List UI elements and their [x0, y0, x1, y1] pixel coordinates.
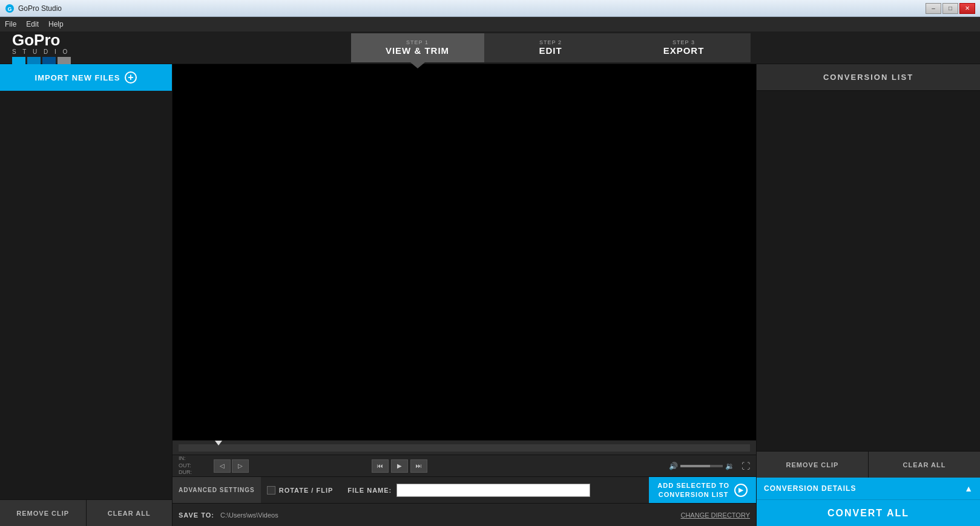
next-frame-button[interactable]: ▷ [232, 459, 249, 473]
logo-subtitle: S T U D I O [12, 48, 70, 55]
volume-area: 🔊 🔉 ⛶ [669, 461, 750, 471]
app-icon: G [5, 4, 15, 13]
fast-forward-button[interactable]: ⏭ [410, 459, 427, 473]
plus-icon: + [125, 71, 137, 84]
fullscreen-button[interactable]: ⛶ [742, 461, 750, 471]
step-3-number: STEP 3 [673, 39, 695, 45]
conversion-details-header[interactable]: CONVERSION DETAILS ▲ [757, 478, 980, 499]
prev-frame-button[interactable]: ◁ [214, 459, 231, 473]
conversion-bottom: REMOVE CLIP CLEAR ALL CONVERSION DETAILS… [757, 451, 980, 526]
app-body: GoPro S T U D I O STEP 1 VIEW & TRIM STE… [0, 31, 980, 526]
in-out-dur-display: IN: OUT: DUR: [179, 455, 209, 476]
filename-label: FILE NAME: [347, 487, 392, 494]
remove-clip-button-right[interactable]: REMOVE CLIP [757, 452, 868, 478]
steps-nav: STEP 1 VIEW & TRIM STEP 2 EDIT STEP 3 EX… [133, 33, 968, 62]
clear-all-button-right[interactable]: CLEAR ALL [868, 452, 980, 478]
logo-block-2 [27, 57, 41, 64]
play-button[interactable]: ▶ [391, 459, 408, 473]
logo-blocks [12, 57, 71, 64]
rotate-flip-label: ROTATE / FLIP [279, 487, 334, 494]
bottom-controls-row2: SAVE TO: C:\Users\ws\Videos CHANGE DIREC… [173, 503, 756, 526]
add-to-conversion-list-button[interactable]: ADD SELECTED TO CONVERSION LIST ▶ [649, 477, 756, 504]
conversion-list-header: CONVERSION LIST [757, 64, 980, 91]
logo-area: GoPro S T U D I O [12, 31, 133, 64]
filename-area: ROTATE / FLIP FILE NAME: [261, 484, 649, 497]
window-controls: – □ ✕ [926, 3, 975, 14]
timeline[interactable] [173, 440, 756, 455]
conversion-list-body [757, 91, 980, 451]
volume-slider[interactable] [680, 465, 723, 467]
svg-text:G: G [7, 6, 12, 12]
conversion-details-title: CONVERSION DETAILS [764, 484, 856, 493]
menu-file[interactable]: File [5, 20, 16, 28]
volume-fill [680, 465, 710, 467]
timeline-marker [215, 441, 222, 445]
save-to-label: SAVE TO: [179, 511, 214, 519]
conversion-list-title: CONVERSION LIST [823, 73, 913, 82]
logo-block-1 [12, 57, 25, 64]
logo-gopro: GoPro [12, 31, 60, 50]
step-1-number: STEP 1 [406, 39, 429, 45]
save-to-path: C:\Users\ws\Videos [220, 511, 278, 519]
menu-help[interactable]: Help [48, 20, 64, 28]
menu-bar: File Edit Help [0, 17, 980, 31]
in-label: IN: [179, 455, 209, 462]
bottom-controls-row1: ADVANCED SETTINGS ROTATE / FLIP FILE NAM… [173, 476, 756, 503]
step-2-tab[interactable]: STEP 2 EDIT [484, 33, 617, 62]
step-2-label: EDIT [539, 45, 562, 56]
clear-all-button-left[interactable]: CLEAR ALL [86, 499, 173, 526]
convert-all-button[interactable]: CONVERT ALL [757, 499, 980, 526]
left-bottom-buttons: REMOVE CLIP CLEAR ALL [0, 499, 172, 526]
step-3-label: EXPORT [663, 45, 705, 56]
close-button[interactable]: ✕ [959, 3, 975, 14]
add-to-list-play-icon: ▶ [734, 484, 748, 497]
left-panel: IMPORT NEW FILES + REMOVE CLIP CLEAR ALL [0, 64, 173, 526]
chevron-up-icon: ▲ [964, 484, 973, 493]
step-3-tab[interactable]: STEP 3 EXPORT [617, 33, 751, 62]
rotate-flip-checkbox[interactable] [267, 486, 275, 495]
advanced-settings-button[interactable]: ADVANCED SETTINGS [173, 477, 261, 504]
filename-input[interactable] [396, 484, 590, 497]
add-to-list-label: ADD SELECTED TO CONVERSION LIST [657, 481, 729, 499]
maximize-button[interactable]: □ [942, 3, 958, 14]
step-1-tab[interactable]: STEP 1 VIEW & TRIM [351, 33, 484, 62]
content-area: IMPORT NEW FILES + REMOVE CLIP CLEAR ALL [0, 64, 980, 526]
step-2-number: STEP 2 [539, 39, 562, 45]
import-new-files-button[interactable]: IMPORT NEW FILES + [0, 64, 172, 91]
playback-buttons: ⏮ ▶ ⏭ [372, 459, 427, 473]
logo-block-4 [58, 57, 71, 64]
skip-frame-buttons: ◁ ▷ [214, 459, 249, 473]
remove-clip-button-left[interactable]: REMOVE CLIP [0, 499, 86, 526]
dur-label: DUR: [179, 469, 209, 476]
rewind-button[interactable]: ⏮ [372, 459, 389, 473]
minimize-button[interactable]: – [926, 3, 941, 14]
center-panel: IN: OUT: DUR: ◁ ▷ ⏮ ▶ ⏭ 🔊 [173, 64, 756, 526]
app-header: GoPro S T U D I O STEP 1 VIEW & TRIM STE… [0, 31, 980, 64]
step-1-label: VIEW & TRIM [386, 45, 449, 56]
logo-text: GoPro [12, 31, 60, 50]
title-bar: G GoPro Studio – □ ✕ [0, 0, 980, 17]
change-directory-button[interactable]: CHANGE DIRECTORY [680, 511, 750, 519]
transport-controls-bar: IN: OUT: DUR: ◁ ▷ ⏮ ▶ ⏭ 🔊 [173, 455, 756, 476]
volume-max-icon: 🔉 [725, 462, 734, 470]
file-list-area [0, 91, 172, 499]
right-panel: CONVERSION LIST REMOVE CLIP CLEAR ALL CO… [756, 64, 980, 526]
window-title: GoPro Studio [18, 4, 926, 13]
rotate-flip-area: ROTATE / FLIP [267, 486, 334, 495]
menu-edit[interactable]: Edit [26, 20, 39, 28]
out-label: OUT: [179, 462, 209, 470]
timeline-track[interactable] [179, 444, 750, 452]
logo-block-3 [42, 57, 56, 64]
conversion-actions: REMOVE CLIP CLEAR ALL [757, 451, 980, 478]
video-preview [173, 64, 756, 440]
volume-icon: 🔊 [669, 462, 678, 470]
import-btn-label: IMPORT NEW FILES [35, 73, 120, 82]
